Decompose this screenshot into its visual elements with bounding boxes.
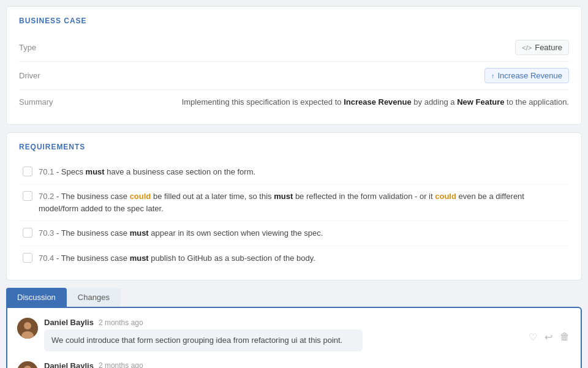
avatar-img-2: [17, 361, 38, 369]
feature-icon: </>: [522, 44, 532, 51]
driver-badge-label: Increase Revenue: [497, 71, 562, 80]
comment-time-2: 2 months ago: [99, 361, 143, 368]
summary-label: Summary: [19, 97, 80, 107]
svg-point-1: [24, 322, 31, 329]
tab-discussion[interactable]: Discussion: [6, 288, 67, 307]
comment-text-1: We could introduce that form section gro…: [44, 329, 363, 351]
summary-text: Implementing this specification is expec…: [80, 96, 569, 108]
type-badge[interactable]: </> Feature: [515, 40, 569, 55]
type-badge-label: Feature: [535, 43, 562, 52]
req-checkbox-703[interactable]: [23, 228, 32, 238]
req-text-702: 70.2 - The business case could be filled…: [39, 190, 565, 214]
driver-badge[interactable]: ↑ Increase Revenue: [484, 68, 569, 83]
req-text-701: 70.1 - Specs must have a business case s…: [39, 166, 255, 178]
list-item: 70.3 - The business case must appear in …: [19, 221, 569, 246]
summary-value: Implementing this specification is expec…: [80, 96, 569, 108]
tabs-container: Discussion Changes Daniel Baylis 2 month…: [6, 288, 582, 368]
driver-label: Driver: [19, 71, 80, 80]
comment-actions-1: ♡ ↩ 🗑: [527, 318, 571, 344]
req-checkbox-702[interactable]: [23, 191, 32, 201]
tabs-bar: Discussion Changes: [6, 288, 582, 307]
req-checkbox-704[interactable]: [23, 253, 32, 263]
comment-time-1: 2 months ago: [99, 318, 143, 327]
discussion-panel: Daniel Baylis 2 months ago We could intr…: [6, 307, 582, 368]
avatar-1: [17, 318, 38, 339]
comment-block-2: Daniel Baylis 2 months ago Fields like..…: [17, 361, 571, 369]
driver-row: Driver ↑ Increase Revenue: [19, 62, 569, 90]
summary-row: Summary Implementing this specification …: [19, 90, 569, 115]
comment-body-1: Daniel Baylis 2 months ago We could intr…: [44, 318, 521, 351]
driver-value: ↑ Increase Revenue: [80, 68, 569, 83]
type-row: Type </> Feature: [19, 34, 569, 62]
req-text-704: 70.4 - The business case must publish to…: [39, 252, 315, 265]
reply-button-1[interactable]: ↩: [543, 330, 554, 344]
req-checkbox-701[interactable]: [23, 167, 32, 176]
requirements-list: 70.1 - Specs must have a business case s…: [19, 160, 569, 271]
avatar-img-1: [17, 318, 38, 339]
comment-header-2: Daniel Baylis 2 months ago: [44, 361, 521, 369]
comment-actions-2: ♡ ↩ 🗑: [527, 361, 571, 369]
avatar-2: [17, 361, 38, 369]
comment-author-1: Daniel Baylis: [44, 318, 94, 327]
requirements-title: REQUIREMENTS: [19, 143, 569, 151]
comment-author-2: Daniel Baylis: [44, 361, 94, 369]
like-button-1[interactable]: ♡: [527, 330, 538, 344]
type-label: Type: [19, 43, 80, 52]
business-case-title: BUSINESS CASE: [19, 17, 569, 25]
comment-body-2: Daniel Baylis 2 months ago Fields like..…: [44, 361, 521, 369]
list-item: 70.1 - Specs must have a business case s…: [19, 160, 569, 185]
comment-block-1: Daniel Baylis 2 months ago We could intr…: [17, 318, 571, 351]
req-text-703: 70.3 - The business case must appear in …: [39, 227, 323, 239]
comment-header-1: Daniel Baylis 2 months ago: [44, 318, 521, 327]
type-value: </> Feature: [80, 40, 569, 55]
delete-button-1[interactable]: 🗑: [559, 330, 571, 344]
list-item: 70.2 - The business case could be filled…: [19, 184, 569, 221]
list-item: 70.4 - The business case must publish to…: [19, 246, 569, 271]
requirements-card: REQUIREMENTS 70.1 - Specs must have a bu…: [6, 132, 582, 281]
tab-changes[interactable]: Changes: [67, 288, 121, 307]
business-case-card: BUSINESS CASE Type </> Feature Driver ↑ …: [6, 6, 582, 125]
revenue-icon: ↑: [491, 72, 495, 80]
